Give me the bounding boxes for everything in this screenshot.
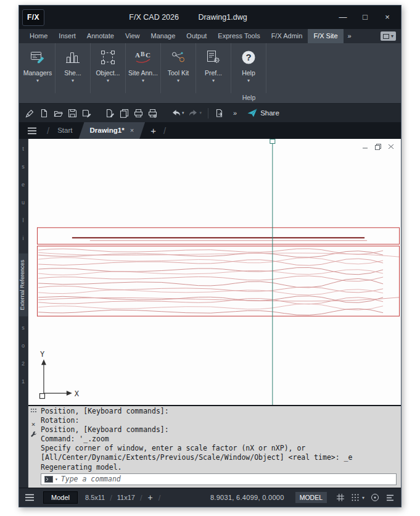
maximize-button[interactable]: □ [354,6,376,29]
status-bar: Model 8.5x11 / 11x17 / + / 8.9031, 6.409… [19,488,401,507]
batch-print-icon[interactable] [147,108,157,118]
toolbar-overflow-icon[interactable]: » [229,106,241,120]
customization-icon[interactable] [384,492,395,503]
model-tab[interactable]: Model [43,491,78,504]
ribbon-tab-fx-site[interactable]: F/X Site [308,29,343,43]
page-pencil-icon[interactable] [105,108,115,118]
toolbar-separator [208,108,208,119]
isolate-objects-icon[interactable] [369,492,381,503]
ribbon-button-objects[interactable]: Object... ▾ [91,43,126,93]
command-line-panel: × Position, [Keyboard commands]: Rotatio… [28,405,401,488]
ribbon-tab-overflow-icon[interactable]: » [344,29,356,43]
new-layout-button[interactable]: + [146,493,155,502]
ucs-y-label: Y [40,350,44,359]
ribbon-tab-fx-admin[interactable]: F/X Admin [266,29,308,43]
new-drawing-button[interactable]: + [145,125,162,136]
ribbon-button-sheets[interactable]: She... ▾ [56,43,91,93]
main-body: t s e u l i o l l N s o 2 1 External Ref… [19,139,401,488]
window-controls: — □ × [332,6,398,29]
ribbon-panel: Managers ▾ She... ▾ Object... ▾ [19,43,401,103]
document-name: Drawing1.dwg [198,13,247,22]
redo-icon[interactable] [189,108,199,118]
viewport-controls [361,143,395,150]
ribbon-tab-view[interactable]: View [120,29,146,43]
ribbon-button-tool-kit[interactable]: Tool Kit ▾ [161,43,196,93]
recent-commands-button[interactable]: ▾ [44,475,58,484]
ribbon-tab-annotate[interactable]: Annotate [81,29,120,43]
app-logo-text: F/X [27,13,39,22]
command-history: Position, [Keyboard commands]: Rotation:… [38,406,401,488]
viewport-close-icon[interactable] [387,143,395,150]
ribbon-tab-home[interactable]: Home [24,29,53,43]
close-command-panel-icon[interactable]: × [29,419,38,429]
undo-dropdown-icon[interactable]: ▾ [182,110,184,115]
command-history-line: Command: '_.zoom [41,435,398,444]
svg-text:C: C [146,51,150,59]
layout-tab-11x17[interactable]: 11x17 [116,494,136,501]
drawing-canvas[interactable]: Y X [28,139,401,405]
file-tab-drawing1[interactable]: Drawing1* × [78,122,145,139]
ribbon-button-label: Tool Kit [168,69,189,77]
command-panel-grip[interactable] [30,408,37,413]
snap-dropdown-icon[interactable]: ▾ [362,495,364,501]
close-button[interactable]: × [376,6,398,29]
ribbon-button-preferences[interactable]: Pref... ▾ [196,43,231,93]
undo-icon[interactable] [171,108,181,118]
tab-separator: / [140,493,142,502]
tab-separator: / [159,493,161,502]
copy-icon[interactable] [119,108,129,118]
viewport-restore-icon[interactable] [374,143,382,150]
viewport-minimize-icon[interactable] [361,143,369,150]
status-menu-icon[interactable] [25,494,37,501]
share-label: Share [260,109,279,117]
app-window: F/X F/X CAD 2026 Drawing1.dwg — □ × Home… [19,5,401,507]
ribbon-tab-bar: Home Insert Annotate View Manage Output … [19,29,401,43]
external-references-tab[interactable]: External References [19,254,28,317]
redo-dropdown-icon[interactable]: ▾ [200,110,202,115]
snap-icon[interactable] [350,492,361,503]
command-panel-gutter: × [28,406,38,488]
chevron-down-icon: ▾ [55,475,58,484]
minimize-button[interactable]: — [332,6,354,29]
file-tab-start[interactable]: Start [51,122,78,139]
ribbon-button-managers[interactable]: Managers ▾ [20,43,56,93]
sheet-arrow-icon[interactable] [215,108,224,118]
work-area: Y X × Position, [Keyboard commands]: [28,139,401,488]
ribbon-tab-manage[interactable]: Manage [146,29,181,43]
file-tabs-menu-icon[interactable] [19,127,45,135]
pencil-icon[interactable] [25,108,35,118]
ribbon-button-label: Managers [23,69,52,77]
chevron-down-icon: ▾ [142,78,144,83]
ribbon-button-label: Help [242,69,255,77]
ribbon-tab-insert[interactable]: Insert [53,29,81,43]
paper-plane-icon [247,109,257,117]
command-history-line: Rotation: [41,416,398,425]
print-icon[interactable] [133,108,143,118]
grid-icon[interactable] [335,492,346,503]
save-as-icon[interactable] [81,108,91,118]
wrench-icon[interactable] [29,429,38,439]
ucs-x-label: X [75,389,80,398]
chevron-down-icon: ▾ [107,78,109,83]
close-tab-icon[interactable]: × [130,122,134,139]
monitor-icon [383,34,389,39]
managers-icon [30,48,46,67]
command-history-line: Regenerating model. [41,463,398,472]
command-input[interactable]: ▾ Type a command [41,473,397,485]
ribbon-tab-express-tools[interactable]: Express Tools [212,29,265,43]
model-space-button[interactable]: MODEL [295,492,327,503]
file-tab-bar: / Start Drawing1* × + / [19,122,401,139]
share-button[interactable]: Share [247,109,279,117]
save-icon[interactable] [67,108,77,118]
chevron-down-icon: ▾ [212,78,215,83]
layout-tab-8-5x11[interactable]: 8.5x11 [84,494,106,501]
site-annotation-icon: ABC [134,48,152,67]
ribbon-button-site-annotation[interactable]: ABC Site Ann... ▾ [126,43,161,93]
open-folder-icon[interactable] [53,108,63,118]
ribbon-button-help[interactable]: ? Help ▾ [231,43,266,93]
app-logo[interactable]: F/X [22,9,44,26]
new-file-icon[interactable] [39,108,49,118]
ribbon-display-toggle[interactable]: ▾ [381,31,396,41]
ribbon-tab-output[interactable]: Output [181,29,212,43]
svg-text:B: B [141,51,145,57]
